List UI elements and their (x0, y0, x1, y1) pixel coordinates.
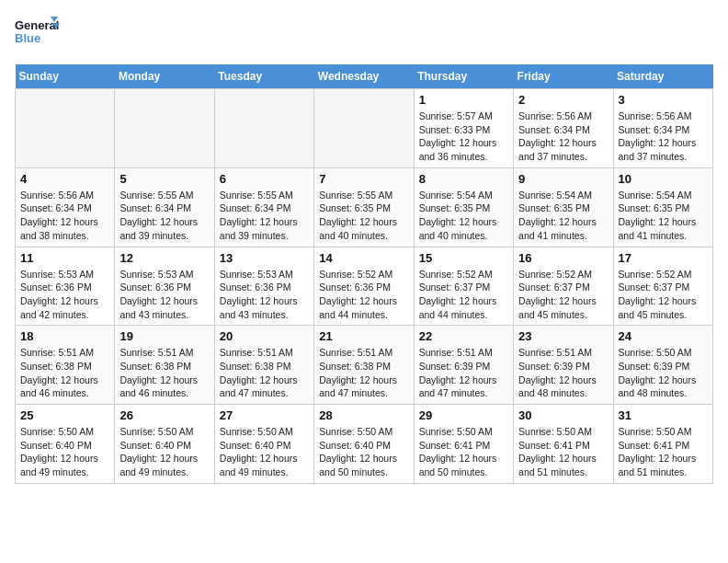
day-info: Sunrise: 5:53 AM Sunset: 6:36 PM Dayligh… (20, 268, 109, 322)
calendar-cell: 27Sunrise: 5:50 AM Sunset: 6:40 PM Dayli… (214, 405, 313, 484)
calendar-cell: 2Sunrise: 5:56 AM Sunset: 6:34 PM Daylig… (514, 89, 613, 168)
day-number: 26 (119, 408, 209, 422)
calendar-week-4: 18Sunrise: 5:51 AM Sunset: 6:38 PM Dayli… (16, 326, 713, 405)
day-info: Sunrise: 5:50 AM Sunset: 6:41 PM Dayligh… (518, 425, 608, 479)
day-info: Sunrise: 5:51 AM Sunset: 6:38 PM Dayligh… (220, 346, 309, 400)
weekday-header-thursday: Thursday (414, 64, 513, 89)
day-number: 14 (319, 251, 408, 265)
day-number: 21 (319, 329, 408, 343)
day-number: 29 (419, 408, 508, 422)
calendar-cell: 20Sunrise: 5:51 AM Sunset: 6:38 PM Dayli… (214, 326, 313, 405)
day-number: 7 (319, 172, 408, 186)
day-info: Sunrise: 5:52 AM Sunset: 6:37 PM Dayligh… (619, 268, 708, 322)
day-number: 10 (619, 172, 708, 186)
weekday-header-sunday: Sunday (16, 64, 115, 89)
calendar-cell: 9Sunrise: 5:54 AM Sunset: 6:35 PM Daylig… (514, 167, 613, 247)
day-info: Sunrise: 5:50 AM Sunset: 6:41 PM Dayligh… (619, 425, 708, 479)
calendar-cell: 6Sunrise: 5:55 AM Sunset: 6:34 PM Daylig… (214, 167, 313, 247)
calendar-cell: 23Sunrise: 5:51 AM Sunset: 6:39 PM Dayli… (514, 326, 613, 405)
weekday-header-friday: Friday (514, 64, 613, 89)
day-number: 27 (220, 408, 309, 422)
day-info: Sunrise: 5:55 AM Sunset: 6:34 PM Dayligh… (220, 189, 309, 243)
day-info: Sunrise: 5:50 AM Sunset: 6:40 PM Dayligh… (220, 425, 309, 479)
day-info: Sunrise: 5:55 AM Sunset: 6:34 PM Dayligh… (119, 189, 209, 243)
day-info: Sunrise: 5:51 AM Sunset: 6:38 PM Dayligh… (319, 346, 408, 400)
day-info: Sunrise: 5:52 AM Sunset: 6:37 PM Dayligh… (419, 268, 508, 322)
day-number: 28 (319, 408, 408, 422)
day-number: 3 (619, 93, 708, 107)
day-info: Sunrise: 5:53 AM Sunset: 6:36 PM Dayligh… (119, 268, 209, 322)
calendar-cell: 14Sunrise: 5:52 AM Sunset: 6:36 PM Dayli… (314, 247, 414, 326)
day-number: 12 (119, 251, 209, 265)
calendar-cell: 30Sunrise: 5:50 AM Sunset: 6:41 PM Dayli… (514, 405, 613, 484)
day-info: Sunrise: 5:51 AM Sunset: 6:38 PM Dayligh… (20, 346, 109, 400)
day-info: Sunrise: 5:50 AM Sunset: 6:40 PM Dayligh… (119, 425, 209, 479)
day-number: 13 (220, 251, 309, 265)
day-info: Sunrise: 5:51 AM Sunset: 6:39 PM Dayligh… (419, 346, 508, 400)
calendar-cell: 11Sunrise: 5:53 AM Sunset: 6:36 PM Dayli… (16, 247, 115, 326)
day-number: 20 (220, 329, 309, 343)
calendar-week-2: 4Sunrise: 5:56 AM Sunset: 6:34 PM Daylig… (16, 167, 713, 247)
calendar-cell: 7Sunrise: 5:55 AM Sunset: 6:35 PM Daylig… (314, 167, 414, 247)
day-number: 6 (220, 172, 309, 186)
calendar-cell (115, 89, 214, 168)
calendar-cell: 31Sunrise: 5:50 AM Sunset: 6:41 PM Dayli… (613, 405, 712, 484)
day-info: Sunrise: 5:56 AM Sunset: 6:34 PM Dayligh… (518, 109, 608, 164)
day-info: Sunrise: 5:52 AM Sunset: 6:37 PM Dayligh… (518, 268, 608, 322)
calendar-cell: 15Sunrise: 5:52 AM Sunset: 6:37 PM Dayli… (414, 247, 513, 326)
calendar-table: SundayMondayTuesdayWednesdayThursdayFrid… (15, 64, 713, 484)
day-info: Sunrise: 5:50 AM Sunset: 6:40 PM Dayligh… (319, 425, 408, 479)
calendar-week-3: 11Sunrise: 5:53 AM Sunset: 6:36 PM Dayli… (16, 247, 713, 326)
day-number: 19 (119, 329, 209, 343)
day-number: 30 (518, 408, 608, 422)
day-number: 15 (419, 251, 508, 265)
calendar-cell: 13Sunrise: 5:53 AM Sunset: 6:36 PM Dayli… (214, 247, 313, 326)
day-number: 23 (518, 329, 608, 343)
day-info: Sunrise: 5:54 AM Sunset: 6:35 PM Dayligh… (518, 189, 608, 243)
day-number: 5 (119, 172, 209, 186)
calendar-cell: 17Sunrise: 5:52 AM Sunset: 6:37 PM Dayli… (613, 247, 712, 326)
calendar-cell: 4Sunrise: 5:56 AM Sunset: 6:34 PM Daylig… (16, 167, 115, 247)
calendar-cell: 22Sunrise: 5:51 AM Sunset: 6:39 PM Dayli… (414, 326, 513, 405)
calendar-header: General Blue (15, 15, 713, 53)
day-number: 24 (619, 329, 708, 343)
day-info: Sunrise: 5:55 AM Sunset: 6:35 PM Dayligh… (319, 189, 408, 243)
calendar-week-5: 25Sunrise: 5:50 AM Sunset: 6:40 PM Dayli… (16, 405, 713, 484)
calendar-cell: 19Sunrise: 5:51 AM Sunset: 6:38 PM Dayli… (115, 326, 214, 405)
day-info: Sunrise: 5:51 AM Sunset: 6:38 PM Dayligh… (119, 346, 209, 400)
day-info: Sunrise: 5:50 AM Sunset: 6:40 PM Dayligh… (20, 425, 109, 479)
calendar-cell: 10Sunrise: 5:54 AM Sunset: 6:35 PM Dayli… (613, 167, 712, 247)
day-number: 16 (518, 251, 608, 265)
day-info: Sunrise: 5:56 AM Sunset: 6:34 PM Dayligh… (20, 189, 109, 243)
day-info: Sunrise: 5:50 AM Sunset: 6:41 PM Dayligh… (419, 425, 508, 479)
day-info: Sunrise: 5:56 AM Sunset: 6:34 PM Dayligh… (619, 109, 708, 164)
weekday-header-monday: Monday (115, 64, 214, 89)
logo-svg: General Blue (15, 15, 61, 53)
day-info: Sunrise: 5:50 AM Sunset: 6:39 PM Dayligh… (619, 346, 708, 400)
day-number: 11 (20, 251, 109, 265)
day-number: 9 (518, 172, 608, 186)
day-info: Sunrise: 5:57 AM Sunset: 6:33 PM Dayligh… (419, 109, 508, 164)
svg-text:General: General (15, 18, 59, 32)
weekday-header-tuesday: Tuesday (214, 64, 313, 89)
calendar-cell: 1Sunrise: 5:57 AM Sunset: 6:33 PM Daylig… (414, 89, 513, 168)
calendar-cell: 29Sunrise: 5:50 AM Sunset: 6:41 PM Dayli… (414, 405, 513, 484)
calendar-cell: 25Sunrise: 5:50 AM Sunset: 6:40 PM Dayli… (16, 405, 115, 484)
day-info: Sunrise: 5:52 AM Sunset: 6:36 PM Dayligh… (319, 268, 408, 322)
day-number: 31 (619, 408, 708, 422)
day-number: 17 (619, 251, 708, 265)
day-number: 22 (419, 329, 508, 343)
weekday-header-wednesday: Wednesday (314, 64, 414, 89)
calendar-cell (16, 89, 115, 168)
calendar-week-1: 1Sunrise: 5:57 AM Sunset: 6:33 PM Daylig… (16, 89, 713, 168)
weekday-header-saturday: Saturday (613, 64, 712, 89)
calendar-cell: 16Sunrise: 5:52 AM Sunset: 6:37 PM Dayli… (514, 247, 613, 326)
day-info: Sunrise: 5:53 AM Sunset: 6:36 PM Dayligh… (220, 268, 309, 322)
day-info: Sunrise: 5:54 AM Sunset: 6:35 PM Dayligh… (419, 189, 508, 243)
calendar-cell: 24Sunrise: 5:50 AM Sunset: 6:39 PM Dayli… (613, 326, 712, 405)
calendar-cell (214, 89, 313, 168)
day-number: 1 (419, 93, 508, 107)
logo: General Blue (15, 15, 61, 53)
calendar-cell: 5Sunrise: 5:55 AM Sunset: 6:34 PM Daylig… (115, 167, 214, 247)
calendar-cell: 28Sunrise: 5:50 AM Sunset: 6:40 PM Dayli… (314, 405, 414, 484)
